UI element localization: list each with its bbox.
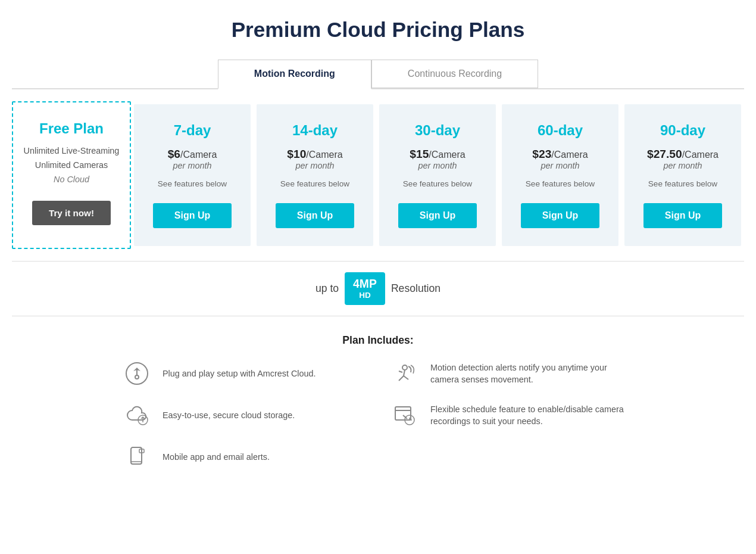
schedule-icon bbox=[390, 400, 420, 430]
cloud-icon bbox=[122, 400, 152, 430]
plan-60day: 60-day $23/Camera per month See features… bbox=[502, 104, 618, 246]
tab-continuous-recording[interactable]: Continuous Recording bbox=[371, 60, 538, 88]
feature-mobile-alerts: Mobile app and email alerts. bbox=[122, 442, 366, 472]
feature-flexible-schedule-text: Flexible schedule feature to enable/disa… bbox=[430, 403, 634, 427]
svg-line-7 bbox=[404, 376, 408, 379]
resolution-bar: up to 4MP HD Resolution bbox=[12, 261, 744, 316]
plan-60day-name: 60-day bbox=[511, 122, 610, 139]
svg-point-3 bbox=[135, 375, 139, 379]
feature-plug-play-text: Plug and play setup with Amcrest Cloud. bbox=[163, 368, 316, 379]
plan-90day-name: 90-day bbox=[633, 122, 732, 139]
plan-7day-features-note: See features below bbox=[143, 179, 242, 188]
plan-includes-title: Plan Includes: bbox=[12, 334, 744, 347]
sign-up-60day-button[interactable]: Sign Up bbox=[521, 203, 600, 228]
sign-up-14day-button[interactable]: Sign Up bbox=[276, 203, 355, 228]
plan-90day: 90-day $27.50/Camera per month See featu… bbox=[624, 104, 741, 246]
resolution-suffix: Resolution bbox=[391, 282, 441, 295]
feature-plug-play: Plug and play setup with Amcrest Cloud. bbox=[122, 359, 366, 388]
tab-motion-recording[interactable]: Motion Recording bbox=[218, 60, 371, 89]
plan-30day-price: $15/Camera per month bbox=[388, 148, 487, 170]
plan-30day: 30-day $15/Camera per month See features… bbox=[379, 104, 496, 246]
plan-60day-price: $23/Camera per month bbox=[511, 148, 610, 170]
plan-90day-price: $27.50/Camera per month bbox=[633, 148, 732, 170]
feature-flexible-schedule: Flexible schedule feature to enable/disa… bbox=[390, 400, 634, 430]
mobile-icon bbox=[122, 442, 152, 472]
plan-30day-features-note: See features below bbox=[388, 179, 487, 188]
resolution-badge: 4MP HD bbox=[345, 272, 385, 305]
svg-rect-11 bbox=[395, 407, 411, 420]
svg-line-6 bbox=[399, 376, 404, 381]
resolution-prefix: up to bbox=[315, 282, 339, 295]
plan-14day-price: $10/Camera per month bbox=[265, 148, 364, 170]
svg-line-5 bbox=[404, 370, 405, 376]
plan-includes-section: Plan Includes: Plug and play setup with … bbox=[12, 334, 744, 472]
feature-cloud-storage-text: Easy-to-use, secure cloud storage. bbox=[163, 409, 295, 421]
feature-cloud-storage: Easy-to-use, secure cloud storage. bbox=[122, 400, 366, 430]
feature-motion-detect-text: Motion detection alerts notify you anyti… bbox=[430, 362, 634, 385]
motion-icon bbox=[390, 359, 420, 388]
plans-container: Free Plan Unlimited Live-Streaming Unlim… bbox=[12, 101, 744, 249]
plan-60day-features-note: See features below bbox=[511, 179, 610, 188]
plan-free-name: Free Plan bbox=[22, 120, 121, 137]
plan-30day-name: 30-day bbox=[388, 122, 487, 139]
plan-7day: 7-day $6/Camera per month See features b… bbox=[134, 104, 251, 246]
plan-14day-name: 14-day bbox=[265, 122, 364, 139]
plan-free-feature-1: Unlimited Live-Streaming bbox=[22, 146, 121, 155]
sign-up-90day-button[interactable]: Sign Up bbox=[643, 203, 723, 228]
plan-7day-price: $6/Camera per month bbox=[143, 148, 242, 170]
feature-mobile-alerts-text: Mobile app and email alerts. bbox=[163, 451, 270, 463]
svg-point-4 bbox=[402, 365, 407, 370]
tabs-container: Motion Recording Continuous Recording bbox=[12, 60, 744, 89]
plan-free-feature-2: Unlimited Cameras bbox=[22, 160, 121, 170]
plan-14day: 14-day $10/Camera per month See features… bbox=[257, 104, 373, 246]
features-grid: Plug and play setup with Amcrest Cloud. … bbox=[110, 359, 646, 472]
page-title: Premium Cloud Pricing Plans bbox=[12, 18, 744, 42]
plug-icon bbox=[122, 359, 152, 388]
plan-14day-features-note: See features below bbox=[265, 179, 364, 188]
plan-free-feature-3: No Cloud bbox=[22, 175, 121, 184]
svg-line-8 bbox=[399, 371, 402, 372]
sign-up-30day-button[interactable]: Sign Up bbox=[398, 203, 477, 228]
try-now-button[interactable]: Try it now! bbox=[32, 201, 111, 225]
plan-90day-features-note: See features below bbox=[633, 179, 732, 188]
plan-free: Free Plan Unlimited Live-Streaming Unlim… bbox=[12, 101, 131, 249]
sign-up-7day-button[interactable]: Sign Up bbox=[153, 203, 232, 228]
plan-7day-name: 7-day bbox=[143, 122, 242, 139]
feature-motion-detect: Motion detection alerts notify you anyti… bbox=[390, 359, 634, 388]
